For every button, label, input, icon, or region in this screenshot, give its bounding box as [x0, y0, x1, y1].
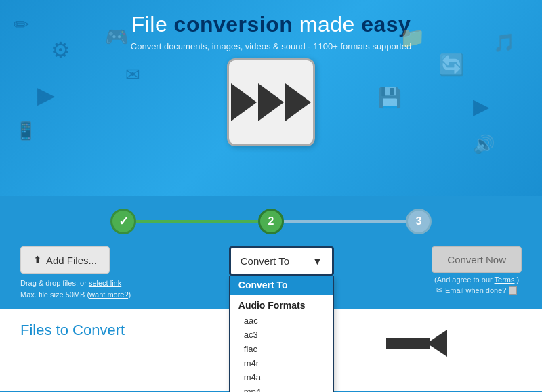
dropdown-item-aac[interactable]: aac [230, 313, 333, 328]
convert-to-select[interactable]: Convert To ▼ [229, 246, 334, 276]
step-1-circle: ✓ [110, 209, 136, 234]
convert-word: Convert [72, 322, 125, 339]
envelope-icon: ✉ [436, 286, 442, 295]
add-files-hint: Drag & drop files, or select link Max. f… [20, 278, 131, 300]
logo-container [14, 58, 528, 146]
arrow-container [386, 330, 447, 357]
convert-to-label: Convert To [241, 255, 289, 267]
email-checkbox[interactable] [509, 286, 517, 295]
convert-hint: (And agree to our Terms ) [432, 276, 522, 284]
add-files-section: ⬆ Add Files... Drag & drop files, or sel… [20, 246, 131, 300]
terms-link[interactable]: Terms [495, 276, 515, 284]
drag-hint-text: Drag & drop files, or [20, 279, 87, 287]
convert-to-dropdown: Convert To Audio Formats aac ac3 flac m4… [229, 276, 334, 392]
step-2-label: 2 [268, 215, 274, 227]
convert-now-label: Convert Now [447, 254, 506, 265]
hero-title-conversion: conversion [174, 12, 293, 37]
email-row: ✉ Email when done? [432, 286, 522, 295]
dropdown-header: Convert To [230, 276, 333, 295]
hero-title-regular: File [131, 12, 174, 37]
logo-box [227, 58, 315, 146]
logo-arrow-2 [258, 83, 284, 121]
select-link[interactable]: select link [89, 279, 121, 287]
dropdown-item-mp4[interactable]: mp4 [230, 385, 333, 392]
hero-section: ✏ ⚙ ▶ ✉ 🎮 📁 🔄 ▶ 🎵 💾 📱 🔊 File conversion … [0, 0, 542, 196]
hero-title-made: made [293, 12, 361, 37]
convert-now-section: Convert Now (And agree to our Terms ) ✉ … [432, 246, 522, 295]
step-2-circle: 2 [258, 209, 284, 234]
agree-text: (And agree to our [434, 276, 493, 284]
email-label: Email when done? [445, 286, 507, 295]
step-line-1 [136, 220, 258, 223]
hero-title-easy: easy [361, 12, 411, 37]
agree-end: ) [517, 276, 520, 284]
max-size-text: Max. file size 50MB [20, 290, 85, 299]
chevron-down-icon: ▼ [312, 255, 322, 267]
dropdown-item-m4r[interactable]: m4r [230, 356, 333, 370]
step-1-checkmark: ✓ [119, 214, 129, 229]
dropdown-item-ac3[interactable]: ac3 [230, 328, 333, 342]
step-3-circle: 3 [406, 209, 432, 234]
hero-subtitle: Convert documents, images, videos & soun… [14, 41, 528, 51]
action-row: ⬆ Add Files... Drag & drop files, or sel… [20, 246, 522, 300]
add-files-button[interactable]: ⬆ Add Files... [20, 246, 110, 274]
tool-section: ✓ 2 3 ⬆ Add Files... Drag & drop files, … [0, 196, 542, 309]
step-line-2 [284, 220, 406, 223]
steps-bar: ✓ 2 3 [20, 209, 522, 234]
add-files-label: Add Files... [46, 255, 97, 266]
upload-icon: ⬆ [33, 254, 42, 266]
convert-to-wrapper: Convert To ▼ Convert To Audio Formats aa… [229, 246, 334, 276]
convert-now-button[interactable]: Convert Now [432, 246, 522, 273]
hero-title: File conversion made easy [14, 12, 528, 37]
logo-arrows [231, 83, 311, 121]
logo-arrow-3 [285, 83, 311, 121]
files-word: Files [20, 322, 51, 339]
logo-arrow-1 [231, 83, 257, 121]
want-more-link[interactable]: (want more?) [87, 290, 131, 299]
step-3-label: 3 [416, 215, 422, 227]
dropdown-item-flac[interactable]: flac [230, 342, 333, 356]
to-text: to [56, 322, 68, 339]
dropdown-item-m4a[interactable]: m4a [230, 370, 333, 385]
left-arrow [386, 330, 447, 357]
dropdown-category: Audio Formats [230, 295, 333, 313]
arrow-body [386, 338, 430, 349]
